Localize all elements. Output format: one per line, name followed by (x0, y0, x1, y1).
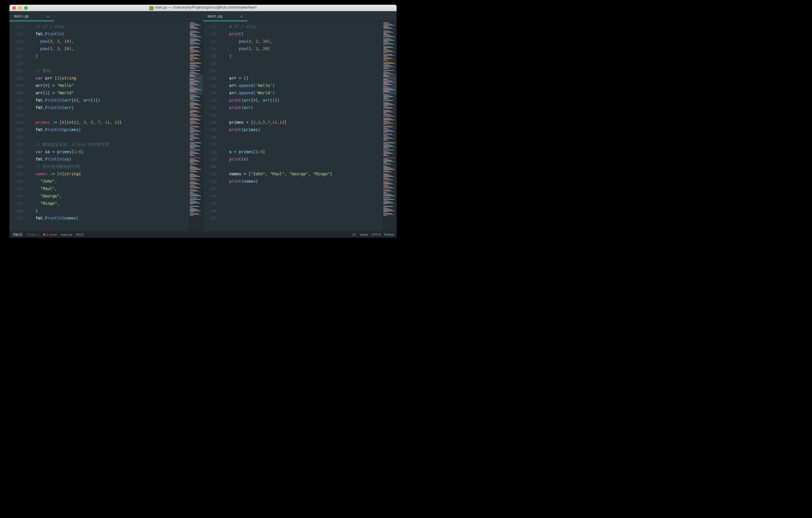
code-area-py[interactable]: # if / else print( pow(3, 2, 10), pow(3,… (220, 21, 383, 231)
status-filename[interactable]: main.py (61, 233, 72, 236)
tab-main-py[interactable]: main.py × (203, 11, 248, 21)
error-icon: ✖ (43, 233, 46, 236)
minimap[interactable] (382, 21, 397, 231)
status-eol[interactable]: LF (352, 233, 356, 236)
status-file[interactable]: File 0 (12, 232, 23, 237)
editor-panes: 121 122 123 124 125 126 127 128 129 130 … (9, 21, 397, 231)
status-mode[interactable]: Insert (360, 233, 368, 236)
status-language[interactable]: Python (384, 233, 394, 236)
right-pane: 121 122 123 124 125 126 127 128 129 130 … (203, 21, 397, 231)
file-icon: ∴ (149, 6, 153, 10)
close-tab-icon[interactable]: × (240, 14, 243, 19)
left-pane: 121 122 123 124 125 126 127 128 129 130 … (9, 21, 203, 231)
window-title: ∴main.py — /Users/rainy/Projects/go/src/… (9, 5, 397, 10)
code-area-go[interactable]: // if / else fmt.Println( pow(3, 2, 10),… (26, 21, 189, 231)
minimap[interactable] (189, 21, 203, 231)
left-tab-group: main.go × (9, 11, 203, 21)
close-window-button[interactable] (12, 6, 16, 10)
right-tab-group: main.py × (203, 11, 397, 21)
status-cursor[interactable]: 181:5 (76, 233, 84, 236)
titlebar[interactable]: ∴main.py — /Users/rainy/Projects/go/src/… (9, 5, 397, 11)
tab-label: main.go (14, 14, 29, 18)
status-bar: File 0 Project 1 ✖ 1 Issue main.py 181:5… (9, 231, 397, 238)
editor-window: ∴main.py — /Users/rainy/Projects/go/src/… (9, 5, 397, 238)
tab-bar: main.go × main.py × (9, 11, 397, 21)
tab-main-go[interactable]: main.go × (9, 11, 54, 21)
close-tab-icon[interactable]: × (47, 14, 49, 19)
status-project[interactable]: Project 1 (27, 233, 39, 236)
zoom-window-button[interactable] (24, 6, 28, 10)
status-encoding[interactable]: UTF-8 (372, 233, 381, 236)
minimize-window-button[interactable] (18, 6, 22, 10)
line-gutter[interactable]: 121 122 123 124 125 126 127 128 129 130 … (9, 21, 26, 231)
line-gutter[interactable]: 121 122 123 124 125 126 127 128 129 130 … (203, 21, 220, 231)
tab-label: main.py (208, 14, 223, 18)
status-issues[interactable]: ✖ 1 Issue (43, 233, 57, 237)
